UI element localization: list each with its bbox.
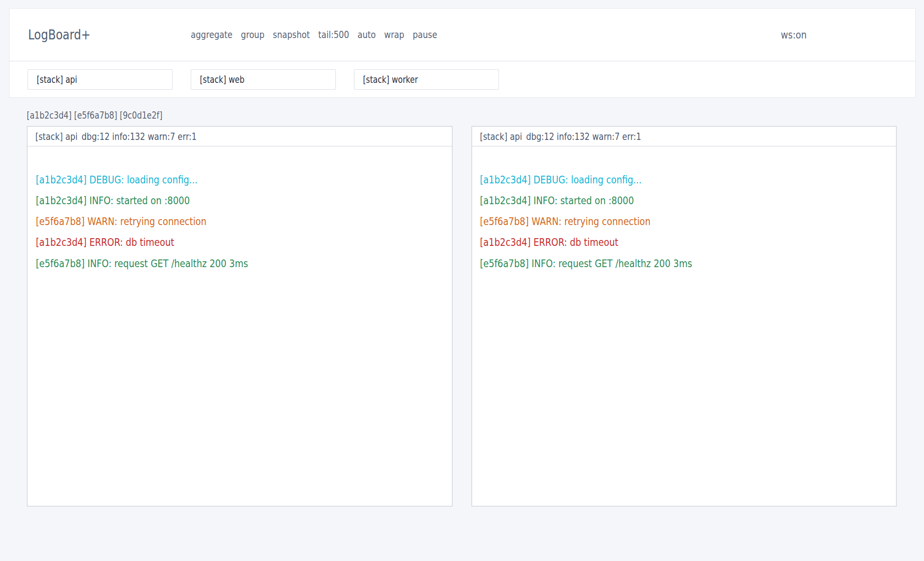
filter-value: [stack] worker (363, 74, 418, 85)
filter-input-3[interactable]: [stack] worker (354, 69, 499, 90)
menu-item-snapshot[interactable]: snapshot (273, 29, 310, 40)
log-panels: [stack] api dbg:12 info:132 warn:7 err:1… (27, 126, 897, 507)
log-line-text: [a1b2c3d4] INFO: started on :8000 (480, 190, 634, 211)
log-line-error: [a1b2c3d4] ERROR: db timeout (480, 232, 888, 253)
log-line-text: [a1b2c3d4] ERROR: db timeout (36, 232, 174, 253)
log-line-text: [e5f6a7b8] INFO: request GET /healthz 20… (480, 253, 692, 274)
log-line-info: [e5f6a7b8] INFO: request GET /healthz 20… (36, 253, 444, 274)
panel-title: [stack] api dbg:12 info:132 warn:7 err:1 (35, 131, 197, 142)
filter-value: [stack] api (37, 74, 77, 85)
log-line-error: [a1b2c3d4] ERROR: db timeout (36, 232, 444, 253)
log-area: [a1b2c3d4] DEBUG: loading config...[a1b2… (472, 147, 896, 274)
log-line-text: [e5f6a7b8] WARN: retrying connection (36, 211, 207, 232)
menu-item-tail-500[interactable]: tail:500 (318, 29, 349, 40)
menu-item-auto[interactable]: auto (358, 29, 376, 40)
log-line-text: [e5f6a7b8] INFO: request GET /healthz 20… (36, 253, 248, 274)
menu-item-pause[interactable]: pause (413, 29, 437, 40)
log-line-warn: [e5f6a7b8] WARN: retrying connection (480, 211, 888, 232)
top-chrome: LogBoard+ aggregategroupsnapshottail:500… (9, 8, 916, 98)
menu-bar: aggregategroupsnapshottail:500autowrappa… (191, 29, 437, 40)
filter-input-2[interactable]: [stack] web (191, 69, 336, 90)
trace-tags: [a1b2c3d4] [e5f6a7b8] [9c0d1e2f] (27, 109, 162, 122)
ws-status: ws:on (781, 29, 807, 41)
log-line-text: [e5f6a7b8] WARN: retrying connection (480, 211, 651, 232)
log-line-text: [a1b2c3d4] INFO: started on :8000 (36, 190, 190, 211)
log-line-debug: [a1b2c3d4] DEBUG: loading config... (36, 169, 444, 190)
panel-title: [stack] api dbg:12 info:132 warn:7 err:1 (480, 131, 641, 142)
filter-bar: [stack] api[stack] web[stack] worker (10, 62, 915, 97)
log-line-info: [a1b2c3d4] INFO: started on :8000 (480, 190, 888, 211)
log-line-info: [a1b2c3d4] INFO: started on :8000 (36, 190, 444, 211)
log-line-text: [a1b2c3d4] DEBUG: loading config... (36, 169, 198, 190)
log-line-debug: [a1b2c3d4] DEBUG: loading config... (480, 169, 888, 190)
menu-item-aggregate[interactable]: aggregate (191, 29, 232, 40)
log-line-text: [a1b2c3d4] ERROR: db timeout (480, 232, 618, 253)
header-bar: LogBoard+ aggregategroupsnapshottail:500… (10, 9, 915, 62)
panel-header: [stack] api dbg:12 info:132 warn:7 err:1 (28, 127, 452, 147)
log-line-text: [a1b2c3d4] DEBUG: loading config... (480, 169, 642, 190)
menu-item-wrap[interactable]: wrap (384, 29, 404, 40)
panel-header: [stack] api dbg:12 info:132 warn:7 err:1 (472, 127, 896, 147)
log-panel-right: [stack] api dbg:12 info:132 warn:7 err:1… (471, 126, 897, 507)
menu-item-group[interactable]: group (241, 29, 265, 40)
filter-input-1[interactable]: [stack] api (28, 69, 173, 90)
filter-value: [stack] web (200, 74, 244, 85)
log-line-warn: [e5f6a7b8] WARN: retrying connection (36, 211, 444, 232)
log-panel-left: [stack] api dbg:12 info:132 warn:7 err:1… (27, 126, 453, 507)
log-area: [a1b2c3d4] DEBUG: loading config...[a1b2… (28, 147, 452, 274)
log-line-info: [e5f6a7b8] INFO: request GET /healthz 20… (480, 253, 888, 274)
app-title: LogBoard+ (28, 27, 91, 43)
